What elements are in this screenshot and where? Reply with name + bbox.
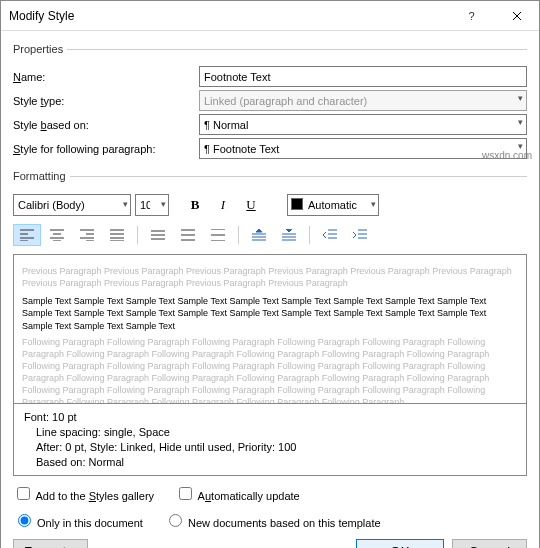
formatting-legend: Formatting xyxy=(13,170,70,182)
align-center-button[interactable] xyxy=(43,224,71,246)
underline-button[interactable]: U xyxy=(239,194,263,216)
separator xyxy=(238,226,239,244)
separator xyxy=(137,226,138,244)
separator xyxy=(309,226,310,244)
only-this-doc-label[interactable]: Only in this document xyxy=(13,517,143,529)
add-to-gallery-checkbox[interactable] xyxy=(17,487,30,500)
name-label: Name: xyxy=(13,71,193,83)
auto-update-checkbox[interactable] xyxy=(179,487,192,500)
options-row-2: Only in this document New documents base… xyxy=(13,511,527,529)
close-icon xyxy=(512,11,522,21)
style-preview: Previous Paragraph Previous Paragraph Pr… xyxy=(13,254,527,404)
style-following-label: Style for following paragraph: xyxy=(13,143,193,155)
indent-decrease-button[interactable] xyxy=(316,224,344,246)
auto-update-label[interactable]: Automatically update xyxy=(175,490,300,502)
properties-legend: Properties xyxy=(13,43,67,55)
desc-line: Line spacing: single, Space xyxy=(24,425,516,440)
preview-sample-text: Sample Text Sample Text Sample Text Samp… xyxy=(22,295,518,331)
line-spacing-1-button[interactable] xyxy=(144,224,172,246)
bold-button[interactable]: B xyxy=(183,194,207,216)
preview-following-text: Following Paragraph Following Paragraph … xyxy=(22,336,518,404)
new-template-label[interactable]: New documents based on this template xyxy=(164,517,381,529)
space-before-dec-button[interactable] xyxy=(275,224,303,246)
style-description: Font: 10 pt Line spacing: single, Space … xyxy=(13,404,527,476)
font-name-combo[interactable]: ▾ xyxy=(13,194,131,216)
indent-increase-button[interactable] xyxy=(346,224,374,246)
font-name-input[interactable] xyxy=(13,194,131,216)
close-button[interactable] xyxy=(494,1,539,31)
align-left-button[interactable] xyxy=(13,224,41,246)
options-row-1: Add to the Styles gallery Automatically … xyxy=(13,484,527,503)
new-template-radio[interactable] xyxy=(169,514,182,527)
cancel-button[interactable]: Cancel xyxy=(452,539,527,548)
ok-button[interactable]: OK xyxy=(356,539,444,548)
font-size-input[interactable] xyxy=(135,194,169,216)
desc-line: After: 0 pt, Style: Linked, Hide until u… xyxy=(24,440,516,455)
align-right-button[interactable] xyxy=(73,224,101,246)
desc-line: Based on: Normal xyxy=(24,455,516,470)
italic-button[interactable]: I xyxy=(211,194,235,216)
font-size-combo[interactable]: ▾ xyxy=(135,194,169,216)
line-spacing-15-button[interactable] xyxy=(174,224,202,246)
modify-style-dialog: Modify Style ? Properties Name: Style ty… xyxy=(0,0,540,548)
format-menu-button[interactable]: Format ▾ xyxy=(13,539,88,548)
dialog-footer: Format ▾ OK Cancel xyxy=(13,539,527,548)
font-color-combo[interactable]: ▾ xyxy=(287,194,379,216)
properties-group: Properties Name: Style type: Linked (par… xyxy=(13,43,527,162)
align-justify-button[interactable] xyxy=(103,224,131,246)
formatting-group: Formatting ▾ ▾ B I U ▾ xyxy=(13,170,527,476)
style-type-select[interactable]: Linked (paragraph and character) xyxy=(199,90,527,111)
style-type-label: Style type: xyxy=(13,95,193,107)
style-based-on-label: Style based on: xyxy=(13,119,193,131)
titlebar: Modify Style ? xyxy=(1,1,539,31)
style-following-select[interactable]: ¶ Footnote Text xyxy=(199,138,527,159)
only-this-doc-radio[interactable] xyxy=(18,514,31,527)
add-to-gallery-label[interactable]: Add to the Styles gallery xyxy=(13,490,154,502)
space-before-inc-button[interactable] xyxy=(245,224,273,246)
style-based-on-select[interactable]: ¶ Normal xyxy=(199,114,527,135)
name-input[interactable] xyxy=(199,66,527,87)
desc-line: Font: 10 pt xyxy=(24,410,516,425)
paragraph-toolbar xyxy=(13,224,527,246)
help-button[interactable]: ? xyxy=(449,1,494,31)
dialog-title: Modify Style xyxy=(9,9,449,23)
color-swatch-icon xyxy=(291,198,303,210)
preview-previous-text: Previous Paragraph Previous Paragraph Pr… xyxy=(22,265,518,289)
line-spacing-2-button[interactable] xyxy=(204,224,232,246)
